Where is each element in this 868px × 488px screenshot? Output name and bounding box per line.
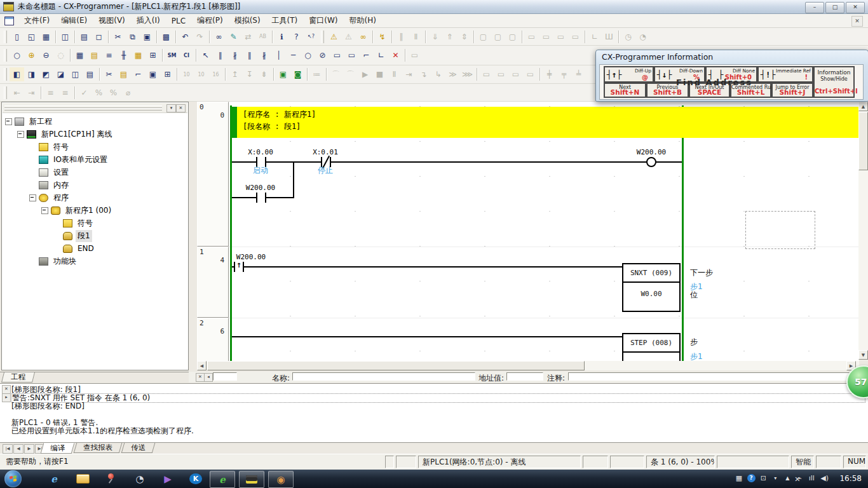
tree-item-新程序1 (00)[interactable]: 新程序1 (00) xyxy=(3,204,187,217)
continuous-run-button[interactable]: ≫ xyxy=(445,67,460,81)
auto-online-button[interactable]: ‖ xyxy=(394,30,409,44)
workspace-close-button[interactable]: ✕ xyxy=(176,104,186,112)
360-browser-taskbar-button[interactable]: e xyxy=(210,471,235,488)
caret-icon[interactable]: ▾ xyxy=(772,473,778,483)
h-scroll-thumb[interactable] xyxy=(207,361,585,370)
monitor-pause-button[interactable]: Ⅱ xyxy=(409,30,423,44)
save-button[interactable]: ▦ xyxy=(39,30,53,44)
find-button[interactable]: ∞ xyxy=(212,30,226,44)
scroll-left-button[interactable]: ◀ xyxy=(197,361,207,370)
memory-backup-button[interactable]: ▭ xyxy=(539,30,553,44)
workspace-header[interactable]: ▾ ✕ xyxy=(3,103,187,113)
menu-编程(P)[interactable]: 编程(P) xyxy=(191,13,229,28)
workspace-dropdown-button[interactable]: ▾ xyxy=(166,104,176,112)
step-run-button[interactable]: ⇥ xyxy=(402,67,416,81)
output-tab-编译[interactable]: 编译 xyxy=(41,443,75,454)
monitor-mode-button[interactable]: ▢ xyxy=(491,30,505,44)
tree-item-符号[interactable]: 符号 xyxy=(3,217,187,229)
context-help-button[interactable]: ↖? xyxy=(304,30,318,44)
tree-item-段1[interactable]: 段1 xyxy=(3,229,187,242)
internet-explorer-icon[interactable]: e xyxy=(46,471,62,486)
toggle-output-window-button[interactable]: ◨ xyxy=(24,67,39,81)
child-close-button[interactable]: ✕ xyxy=(851,16,863,27)
change-device-button[interactable]: ◫ xyxy=(58,30,72,44)
paint-tool-taskbar-button[interactable]: ◉ xyxy=(268,471,294,488)
ladder-monitor-button[interactable]: ▭ xyxy=(508,67,523,81)
close-button[interactable]: ✕ xyxy=(846,2,865,13)
plc-clock-button[interactable]: ◔ xyxy=(635,30,650,44)
menu-工具(T)[interactable]: 工具(T) xyxy=(266,13,304,28)
menu-文件(F)[interactable]: 文件(F) xyxy=(18,13,55,28)
tree-item-END[interactable]: END xyxy=(3,242,187,255)
change-all-button[interactable]: ✎ xyxy=(226,30,241,44)
help-topics-button[interactable]: ? xyxy=(289,30,304,44)
toggle-watch-window-button[interactable]: ◩ xyxy=(39,67,53,81)
tree-expander[interactable] xyxy=(41,207,48,214)
dialog-display-button[interactable]: ▣ xyxy=(146,67,160,81)
tree-item-设置[interactable]: 设置 xyxy=(3,166,187,179)
open-file-button[interactable]: ◱ xyxy=(24,30,39,44)
about-button[interactable]: ℹ xyxy=(275,30,289,44)
rung-comment-banner[interactable]: [程序名 : 新程序1] [段名称 : 段1] xyxy=(237,107,859,138)
h-scrollbar[interactable]: ◀ ▶ xyxy=(197,361,859,370)
or-contact-no-button[interactable]: ∥ xyxy=(242,48,257,62)
toggle-address-reference-button[interactable]: ◫ xyxy=(68,67,83,81)
output-tab-传送[interactable]: 传送 xyxy=(121,443,156,453)
start-button[interactable] xyxy=(4,470,22,487)
cx-programmer-taskbar-button[interactable] xyxy=(239,471,264,488)
cx-programmer-information-window[interactable]: CX-Programmer Information Find Address ┤… xyxy=(595,50,868,102)
menu-帮助(H)[interactable]: 帮助(H) xyxy=(344,13,382,28)
ladder-canvas[interactable]: [程序名 : 新程序1] [段名称 : 段1] X:0.00 启动 X:0.01… xyxy=(229,102,859,361)
section-cut-button[interactable]: ✂ xyxy=(102,67,116,81)
toolbar-grip[interactable] xyxy=(4,68,7,81)
mark-none-button[interactable]: ⌀ xyxy=(121,86,135,100)
io-monitor-button[interactable]: ▭ xyxy=(494,67,508,81)
force-on-button[interactable]: ↥ xyxy=(227,67,242,81)
symbol-table-button[interactable]: ▦ xyxy=(131,48,146,62)
taskbar-clock[interactable]: 16:58 xyxy=(839,474,862,483)
tree-item-新工程[interactable]: 新工程 xyxy=(3,115,187,128)
io-comment-button[interactable]: ╫ xyxy=(116,48,131,62)
retrace-button[interactable]: ⇄ xyxy=(241,30,255,44)
plc-settings-button[interactable]: ▭ xyxy=(407,48,422,62)
force-cancel-button[interactable]: ⇟ xyxy=(257,67,271,81)
simulator-online-button[interactable]: ▣ xyxy=(276,67,290,81)
force-off-button[interactable]: ↧ xyxy=(242,67,257,81)
section-comment-button[interactable]: ▤ xyxy=(116,67,131,81)
keyboard-icon[interactable]: ▦ xyxy=(736,473,742,483)
upload-button[interactable]: ⇑ xyxy=(442,30,457,44)
difu-contact-address[interactable]: W200.00 xyxy=(229,253,273,261)
set-breakpoint-button[interactable]: ⌒ xyxy=(329,67,343,81)
zoom-to-fit-button[interactable]: ◌ xyxy=(53,48,68,62)
coil-button[interactable]: ○ xyxy=(301,48,315,62)
network-signal-icon[interactable]: ıll xyxy=(808,473,815,483)
sim-run-button[interactable]: ▶ xyxy=(358,67,372,81)
substitute-button[interactable]: AB xyxy=(255,30,270,44)
task-list-button[interactable]: ≔ xyxy=(309,67,324,81)
v-scroll-thumb[interactable] xyxy=(858,112,868,170)
tree-item-新PLC1[CP1H] 离线[interactable]: 新PLC1[CP1H] 离线 xyxy=(3,128,187,140)
differential-monitor-button[interactable]: ╪ xyxy=(542,67,557,81)
download-button[interactable]: ⇓ xyxy=(428,30,442,44)
ci-view-button[interactable]: CI xyxy=(179,48,194,62)
information-show-hide-cell[interactable]: InformationShow/HideCtrl+Shift+I xyxy=(813,66,855,98)
fb-invocation-button[interactable]: ⌐ xyxy=(359,48,374,62)
step-instruction-box[interactable]: STEP (008) xyxy=(622,333,681,361)
menu-编辑(E)[interactable]: 编辑(E) xyxy=(55,13,93,28)
toggle-cross-reference-button[interactable]: ◪ xyxy=(53,67,68,81)
output-nav-button[interactable]: ▶ xyxy=(24,444,34,454)
sim-pause-button[interactable]: Ⅱ xyxy=(387,67,402,81)
set-reset-instruction-button[interactable]: ▭ xyxy=(344,48,359,62)
mnemonic-view-button[interactable]: SM xyxy=(165,48,179,62)
rung-margin-0[interactable]: 0 0 xyxy=(197,102,229,247)
zoom-out-button[interactable]: ⊖ xyxy=(39,48,53,62)
symbol-bar-close-button[interactable]: ✕ xyxy=(196,373,205,382)
compile-all-button[interactable]: ⚠ xyxy=(341,30,356,44)
time-chart-button[interactable]: ╧ xyxy=(571,67,586,81)
scroll-down-button[interactable]: ▼ xyxy=(858,350,868,360)
tab-project[interactable]: 工程 xyxy=(1,372,35,383)
help-center-icon[interactable]: ? xyxy=(748,473,754,483)
monitor-hex-button[interactable]: 16 xyxy=(208,67,223,81)
ladder-editor[interactable]: 0 0 1 4 2 6 [程序名 : 新程序1] [段名称 : 段1] X:0.… xyxy=(197,102,859,370)
output-close-button[interactable]: ✕ xyxy=(2,385,11,394)
